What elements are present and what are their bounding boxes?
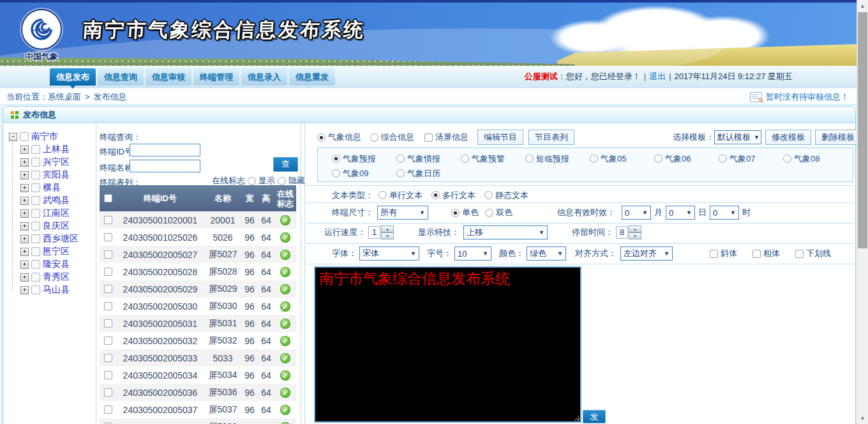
step-down-icon[interactable]: ▼ — [629, 232, 641, 239]
row-checkbox[interactable] — [104, 268, 112, 276]
row-checkbox[interactable] — [104, 285, 112, 293]
tree-root-node[interactable]: - 南宁市 — [9, 130, 93, 143]
radio-weather-info[interactable] — [317, 133, 326, 142]
category-radio[interactable] — [654, 155, 662, 163]
scroll-down-icon[interactable]: ▼ — [857, 413, 868, 423]
nav-tab[interactable]: 终端管理 — [193, 68, 239, 86]
radio-single-color[interactable] — [451, 209, 460, 217]
expand-icon[interactable]: + — [20, 209, 29, 218]
tree-checkbox[interactable] — [31, 260, 40, 269]
expand-icon[interactable]: + — [20, 158, 29, 167]
radio-comprehensive-info[interactable] — [370, 133, 378, 142]
tree-checkbox[interactable] — [31, 196, 40, 205]
align-select[interactable]: 左边对齐▼ — [620, 246, 673, 261]
tree-checkbox[interactable] — [31, 183, 40, 192]
nav-tab[interactable]: 信息审核 — [146, 68, 191, 86]
tree-node[interactable]: +隆安县 — [20, 258, 93, 271]
row-checkbox[interactable] — [104, 337, 112, 345]
row-checkbox[interactable] — [104, 233, 112, 241]
radio-dual-color[interactable] — [485, 209, 493, 217]
hour-select[interactable]: 0▼ — [710, 206, 739, 220]
step-down-icon[interactable]: ▼ — [381, 232, 394, 239]
row-checkbox[interactable] — [104, 371, 112, 379]
run-speed-value[interactable]: 1 — [368, 226, 380, 239]
category-radio[interactable] — [783, 155, 791, 163]
tree-checkbox[interactable] — [31, 209, 40, 218]
category-radio[interactable] — [461, 155, 469, 163]
show-radio[interactable] — [248, 177, 256, 185]
row-checkbox[interactable] — [104, 388, 112, 397]
step-up-icon[interactable]: ▲ — [381, 225, 394, 232]
font-size-select[interactable]: 10▼ — [454, 246, 491, 261]
bold-checkbox[interactable] — [752, 250, 761, 258]
tree-node[interactable]: +上林县 — [20, 143, 93, 156]
radio-multi-line[interactable] — [431, 191, 440, 199]
tree-node[interactable]: +横县 — [20, 181, 93, 194]
expand-icon[interactable]: + — [20, 197, 29, 205]
bold-option[interactable]: 粗体 — [752, 248, 780, 259]
expand-icon[interactable]: + — [20, 286, 29, 294]
category-radio[interactable] — [332, 155, 340, 163]
tree-checkbox[interactable] — [31, 170, 40, 179]
effect-select[interactable]: 上移▼ — [463, 225, 548, 239]
comprehensive-info-option[interactable]: 综合信息 — [370, 132, 414, 143]
delete-template-button[interactable]: 删除模板 — [815, 130, 861, 145]
tree-node[interactable]: +江南区 — [20, 207, 93, 220]
message-preview-area[interactable]: 南宁市气象综合信息发布系统 — [314, 266, 581, 423]
expand-icon[interactable]: + — [20, 171, 29, 179]
expand-icon[interactable]: + — [20, 273, 29, 282]
tree-node[interactable]: +良庆区 — [20, 220, 93, 232]
stay-time-value[interactable]: 8 — [616, 226, 628, 239]
hide-radio[interactable] — [278, 177, 286, 185]
category-option[interactable]: 气象情报 — [396, 151, 461, 166]
category-radio[interactable] — [396, 169, 405, 178]
category-option[interactable]: 气象09 — [332, 166, 396, 181]
nav-tab[interactable]: 信息重发 — [289, 68, 335, 86]
category-option[interactable]: 气象06 — [654, 151, 719, 166]
tree-node[interactable]: +兴宁区 — [20, 156, 93, 169]
day-select[interactable]: 0▼ — [666, 206, 695, 220]
expand-icon[interactable]: + — [20, 235, 29, 243]
template-select[interactable]: 默认模板▼ — [714, 130, 761, 144]
send-button[interactable]: 发送 — [583, 410, 606, 423]
single-line-option[interactable]: 单行文本 — [378, 190, 423, 201]
tree-node[interactable]: +马山县 — [20, 284, 93, 296]
color-select[interactable]: 绿色▼ — [527, 246, 566, 261]
row-checkbox[interactable] — [104, 216, 112, 224]
terminal-size-select[interactable]: 所有▼ — [377, 206, 428, 220]
radio-static-text[interactable] — [484, 191, 493, 199]
italic-option[interactable]: 斜体 — [710, 248, 737, 259]
breadcrumb-home[interactable]: 系统桌面 — [48, 92, 81, 102]
expand-icon[interactable]: + — [20, 184, 29, 192]
tree-checkbox[interactable] — [31, 158, 40, 167]
weather-info-option[interactable]: 气象信息 — [317, 132, 361, 143]
search-button[interactable]: 查询 — [273, 157, 298, 172]
expand-icon[interactable]: + — [20, 248, 29, 256]
program-list-button[interactable]: 节目表列 — [528, 130, 574, 145]
tree-checkbox[interactable] — [31, 222, 40, 231]
multi-line-option[interactable]: 多行文本 — [431, 190, 475, 201]
tree-checkbox[interactable] — [31, 273, 40, 282]
select-all-checkbox[interactable] — [104, 194, 112, 202]
tree-checkbox[interactable] — [31, 145, 40, 154]
scrollbar-thumb[interactable] — [858, 12, 867, 248]
month-select[interactable]: 0▼ — [622, 206, 651, 220]
category-option[interactable]: 气象日历 — [396, 166, 461, 181]
row-checkbox[interactable] — [104, 302, 112, 310]
tree-checkbox[interactable] — [31, 285, 40, 294]
nav-tab[interactable]: 信息录入 — [241, 68, 287, 86]
category-radio[interactable] — [332, 169, 340, 178]
category-option[interactable]: 气象08 — [783, 151, 848, 166]
tree-node[interactable]: +邕宁区 — [20, 245, 93, 258]
category-option[interactable]: 短临预报 — [525, 151, 590, 166]
scroll-up-icon[interactable]: ▲ — [857, 1, 868, 11]
underline-checkbox[interactable] — [795, 250, 804, 258]
row-checkbox[interactable] — [104, 319, 112, 328]
italic-checkbox[interactable] — [710, 250, 718, 258]
tree-node[interactable]: +青秀区 — [20, 271, 93, 284]
nav-tab[interactable]: 信息查询 — [98, 68, 144, 86]
category-radio[interactable] — [719, 155, 727, 163]
tree-node[interactable]: +西乡塘区 — [20, 232, 93, 245]
tree-checkbox[interactable] — [31, 247, 40, 256]
row-checkbox[interactable] — [104, 405, 112, 414]
